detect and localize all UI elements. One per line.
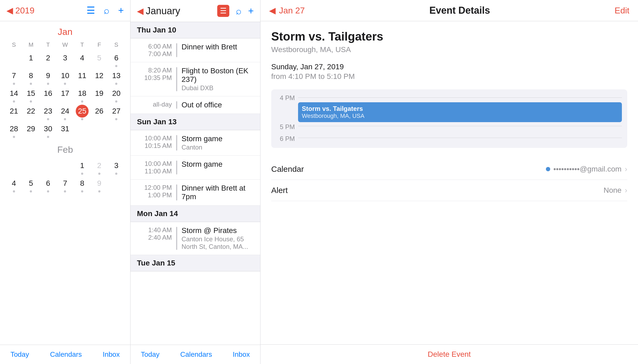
day-number: 8 (76, 177, 89, 190)
cal-day-jan[interactable]: 27 (108, 104, 125, 121)
calendar-value-container[interactable]: ••••••••••@gmail.com › (546, 165, 627, 173)
inbox-tab-mid[interactable]: Inbox (233, 350, 250, 359)
left-header-icons: ☰ ⌕ + (86, 5, 124, 16)
cal-day-jan[interactable]: 1 (23, 50, 40, 68)
mid-search-icon[interactable]: ⌕ (236, 5, 242, 17)
inbox-tab-left[interactable]: Inbox (103, 350, 120, 359)
tl-event-block[interactable]: Storm vs. Tailgaters Westborough, MA, US… (298, 102, 622, 122)
today-tab-mid[interactable]: Today (141, 350, 160, 359)
day-dot (115, 65, 117, 67)
day-number: 8 (24, 69, 37, 82)
today-tab-left[interactable]: Today (10, 350, 29, 359)
calendar-row: Calendar ••••••••••@gmail.com › (271, 159, 627, 180)
cal-day-jan[interactable]: 22 (23, 104, 40, 121)
cal-day-jan[interactable]: 29 (23, 121, 40, 139)
calendars-tab-left[interactable]: Calendars (50, 350, 82, 359)
day-number: 27 (110, 105, 123, 118)
cal-day-jan[interactable]: 2 (39, 50, 57, 68)
cal-day-jan[interactable]: 3 (57, 50, 74, 68)
cal-day-feb[interactable]: 9 (91, 176, 108, 194)
cal-day-jan[interactable]: 28 (5, 121, 23, 139)
day-number: 11 (76, 69, 89, 82)
event-row[interactable]: 10:00 AM11:00 AMStorm game (130, 156, 260, 180)
event-row[interactable]: all-dayOut of office (130, 96, 260, 114)
day-number: 13 (110, 69, 123, 82)
edit-button[interactable]: Edit (615, 6, 629, 16)
mid-add-icon[interactable]: + (248, 5, 254, 17)
cal-day-jan[interactable]: 18 (74, 86, 91, 104)
day-dot (13, 83, 15, 85)
day-number: 26 (93, 105, 106, 118)
cal-day-jan (74, 121, 91, 139)
cal-day-feb[interactable]: 3 (108, 158, 125, 176)
day-dot (30, 100, 32, 103)
cal-day-feb[interactable]: 5 (23, 176, 40, 194)
search-icon[interactable]: ⌕ (104, 5, 110, 16)
cal-day-feb[interactable]: 8 (74, 176, 91, 194)
list-view-icon[interactable]: ☰ (86, 5, 95, 16)
cal-day-jan[interactable]: 19 (91, 86, 108, 104)
month-title: January (146, 5, 180, 17)
event-row[interactable]: 6:00 AM7:00 AMDinner with Brett (130, 38, 260, 62)
cal-day-jan[interactable]: 11 (74, 68, 91, 86)
jan-day-grid: 1234567891011121314151617181920212223242… (5, 50, 125, 139)
alert-value: None (604, 186, 622, 195)
back-day-arrow[interactable]: ◀ (269, 5, 276, 16)
event-row[interactable]: 12:00 PM1:00 PMDinner with Brett at 7pm (130, 180, 260, 206)
cal-day-jan[interactable]: 25 (74, 104, 91, 121)
cal-day-jan[interactable]: 8 (23, 68, 40, 86)
cal-day-jan[interactable]: 5 (91, 50, 108, 68)
cal-day-jan[interactable]: 31 (57, 121, 74, 139)
cal-day-jan[interactable]: 7 (5, 68, 23, 86)
cal-day-feb[interactable]: 2 (91, 158, 108, 176)
day-number: 21 (8, 105, 20, 118)
cal-day-jan[interactable]: 24 (57, 104, 74, 121)
cal-day-feb[interactable]: 1 (74, 158, 91, 176)
day-number: 16 (42, 87, 55, 100)
tl-block-title: Storm vs. Tailgaters (302, 105, 618, 112)
cal-day-jan[interactable]: 20 (108, 86, 125, 104)
cal-day-jan[interactable]: 15 (23, 86, 40, 104)
back-month-arrow[interactable]: ◀ (137, 6, 144, 16)
cal-day-jan[interactable]: 13 (108, 68, 125, 86)
add-event-icon[interactable]: + (118, 5, 124, 16)
cal-day-jan[interactable]: 26 (91, 104, 108, 121)
event-divider (176, 67, 177, 91)
event-row[interactable]: 10:00 AM10:15 AMStorm gameCanton (130, 130, 260, 156)
cal-day-jan[interactable]: 14 (5, 86, 23, 104)
event-content: Storm @ PiratesCanton Ice House, 65 Nort… (182, 226, 254, 250)
cal-day-jan[interactable]: 17 (57, 86, 74, 104)
cal-day-jan[interactable]: 10 (57, 68, 74, 86)
cal-day-jan[interactable]: 30 (39, 121, 57, 139)
day-number: 31 (59, 122, 71, 135)
calendars-tab-mid[interactable]: Calendars (180, 350, 212, 359)
day-dot (115, 173, 117, 175)
day-number: 9 (42, 69, 55, 82)
cal-day-jan[interactable]: 6 (108, 50, 125, 68)
event-end-time: 10:15 AM (145, 142, 172, 150)
event-title: Dinner with Brett at 7pm (182, 184, 254, 201)
cal-day-jan[interactable]: 16 (39, 86, 57, 104)
day-dot (64, 118, 66, 120)
event-row[interactable]: 8:20 AM10:35 PMFlight to Boston (EK 237)… (130, 62, 260, 96)
cal-day-jan[interactable]: 9 (39, 68, 57, 86)
cal-day-jan[interactable]: 12 (91, 68, 108, 86)
cal-day-feb[interactable]: 7 (57, 176, 74, 194)
delete-event-button[interactable]: Delete Event (428, 350, 471, 359)
event-time: 10:00 AM10:15 AM (137, 134, 172, 150)
cal-day-jan[interactable]: 23 (39, 104, 57, 121)
day-header: Mon Jan 14 (130, 206, 260, 222)
event-start-time: 1:40 AM (148, 226, 172, 234)
day-number: 25 (76, 105, 89, 118)
list-view-active-icon[interactable]: ☰ (217, 5, 229, 17)
cal-day-feb[interactable]: 4 (5, 176, 23, 194)
back-year-arrow[interactable]: ◀ (6, 5, 13, 16)
day-number: 4 (76, 52, 89, 64)
day-dot (13, 100, 15, 103)
alert-value-container[interactable]: None › (604, 186, 627, 195)
cal-day-jan[interactable]: 21 (5, 104, 23, 121)
day-number: 15 (24, 87, 37, 100)
cal-day-feb[interactable]: 6 (39, 176, 57, 194)
event-row[interactable]: 1:40 AM2:40 AMStorm @ PiratesCanton Ice … (130, 222, 260, 255)
cal-day-jan[interactable]: 4 (74, 50, 91, 68)
